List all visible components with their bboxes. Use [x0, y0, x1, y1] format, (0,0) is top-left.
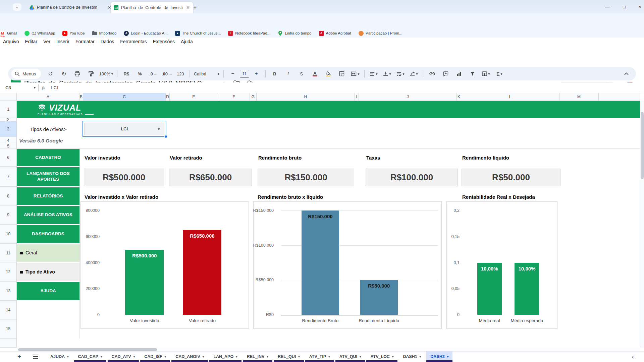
sheet-tab-caret-icon[interactable]: ▾ — [420, 355, 421, 358]
column-header-J[interactable]: J — [359, 93, 457, 101]
row-header-1[interactable]: 1 — [0, 101, 17, 118]
asset-type-dropdown[interactable]: LCI ▼ — [85, 123, 164, 135]
sheet-tab-caret-icon[interactable]: ▾ — [67, 355, 69, 358]
sheet-tab-rel_qui[interactable]: REL_QUI▾ — [274, 351, 304, 362]
row-header-6[interactable]: 6 — [0, 148, 17, 167]
sheet-tab-caret-icon[interactable]: ▾ — [360, 355, 361, 358]
tab-search-button[interactable]: ⌄ — [13, 3, 21, 11]
column-header-F[interactable]: F — [218, 93, 250, 101]
sheet-tab-cad_isf[interactable]: CAD_ISF▾ — [140, 351, 170, 362]
column-header-G[interactable]: G — [250, 93, 257, 101]
sidebar-item-relat-rios[interactable]: RELATÓRIOS — [17, 187, 79, 205]
row-header-partial[interactable] — [0, 339, 17, 348]
sheet-tab-caret-icon[interactable]: ▾ — [392, 355, 394, 358]
undo-button[interactable]: ↺ — [44, 69, 57, 79]
sidebar-item-ajuda[interactable]: AJUDA — [17, 282, 79, 300]
row-header-12[interactable]: 12 — [0, 262, 17, 282]
sheet-tab-caret-icon[interactable]: ▾ — [267, 355, 268, 358]
sheet-tab-cad_atv[interactable]: CAD_ATV▾ — [108, 351, 139, 362]
italic-button[interactable]: I — [282, 69, 294, 79]
toolbar-search-menus[interactable]: Menus — [11, 69, 41, 79]
redo-button[interactable]: ↻ — [58, 69, 70, 79]
select-all-corner[interactable] — [0, 93, 17, 101]
print-button[interactable] — [71, 69, 84, 79]
bookmark-item[interactable]: (1) WhatsApp — [24, 31, 55, 36]
sheet-tab-caret-icon[interactable]: ▾ — [101, 355, 102, 358]
sheet-tab-lan_apo[interactable]: LAN_APO▾ — [209, 351, 241, 362]
sidebar-item-tipo-de-ativo[interactable]: Tipo de Ativo — [17, 263, 79, 281]
sheet-tab-atv_loc[interactable]: ATV_LOC▾ — [366, 351, 397, 362]
window-maximize-button[interactable]: □ — [619, 3, 629, 11]
dropdown-caret-icon[interactable]: ▼ — [157, 127, 161, 131]
bookmark-item[interactable]: M100+Gmail — [0, 31, 17, 36]
window-close-button[interactable]: × — [635, 3, 644, 11]
sidebar-item-an-lise-dos-ativos[interactable]: ANÁLISE DOS ATIVOS — [17, 206, 79, 224]
row-header-4[interactable]: 4 — [0, 137, 17, 144]
increase-font-size-button[interactable]: + — [250, 69, 263, 79]
column-header-D[interactable]: D — [166, 93, 170, 101]
create-filter-button[interactable] — [466, 69, 479, 79]
column-header-I[interactable]: I — [355, 93, 359, 101]
borders-button[interactable] — [335, 69, 348, 79]
row-header-9[interactable]: 9 — [0, 205, 17, 225]
row-header-7[interactable]: 7 — [0, 167, 17, 187]
text-wrap-button[interactable]: ▾ — [394, 69, 407, 79]
sheet-tab-caret-icon[interactable]: ▾ — [133, 355, 135, 358]
bookmark-item[interactable]: AAdobe Acrobat — [319, 31, 351, 36]
row-header-10[interactable]: 10 — [0, 225, 17, 244]
increase-decimal-button[interactable]: .00→ — [160, 69, 173, 79]
paint-format-button[interactable] — [85, 69, 97, 79]
vertical-align-button[interactable]: ▾ — [381, 69, 393, 79]
window-minimize-button[interactable]: — — [602, 3, 612, 11]
menu-inserir[interactable]: Inserir — [53, 38, 72, 46]
sheet-tab-ajuda[interactable]: AJUDA▾ — [46, 351, 73, 362]
sheet-tab-caret-icon[interactable]: ▾ — [165, 355, 166, 358]
menu-ferramentas[interactable]: Ferramentas — [117, 38, 150, 46]
format-percent-button[interactable]: % — [133, 69, 146, 79]
browser-tab-active[interactable]: Planilha_de_Controle_de_Investi ✕ — [111, 2, 193, 13]
name-box[interactable]: C3 ▾ — [0, 85, 38, 90]
menu-extensões[interactable]: Extensões — [150, 38, 178, 46]
all-sheets-button[interactable] — [33, 354, 38, 359]
sheet-tab-dash2[interactable]: DASH2▾ — [426, 351, 452, 362]
column-header-H[interactable]: H — [257, 93, 355, 101]
sidebar-item-cadastro[interactable]: CADASTRO — [17, 149, 79, 166]
text-rotation-button[interactable]: ▾ — [408, 69, 420, 79]
column-header-L[interactable]: L — [461, 93, 559, 101]
formula-input[interactable]: LCI — [51, 85, 58, 90]
browser-tab-inactive[interactable]: Planilha de Controle de Investim ✕ — [26, 2, 115, 12]
bookmark-item[interactable]: YouTube — [62, 31, 85, 36]
vertical-scrollbar-thumb[interactable] — [641, 112, 644, 179]
sidebar-item-dashboards[interactable]: DASHBOARDS — [17, 225, 79, 243]
bookmark-item[interactable]: ▲The Church of Jesus... — [175, 31, 221, 36]
menu-dados[interactable]: Dados — [98, 38, 117, 46]
column-header-partial[interactable] — [599, 93, 640, 101]
sidebar-item-geral[interactable]: Geral — [17, 244, 79, 262]
menu-formatar[interactable]: Formatar — [72, 38, 98, 46]
sheet-tab-caret-icon[interactable]: ▾ — [203, 355, 204, 358]
sheet-tab-cad_anoiv[interactable]: CAD_ANOIV▾ — [171, 351, 208, 362]
fill-handle[interactable] — [164, 135, 167, 138]
menu-arquivo[interactable]: Arquivo — [0, 38, 22, 46]
add-sheet-button[interactable]: + — [17, 353, 21, 361]
font-select[interactable]: Calibri▾ — [193, 69, 221, 79]
sheet-tab-cad_cap[interactable]: CAD_CAP▾ — [74, 351, 106, 362]
column-header-E[interactable]: E — [170, 93, 218, 101]
row-header-2[interactable]: 2 — [0, 118, 17, 121]
format-currency-button[interactable]: R$ — [120, 69, 133, 79]
column-header-C[interactable]: C — [83, 93, 166, 101]
strikethrough-button[interactable]: S — [295, 69, 308, 79]
decrease-font-size-button[interactable]: − — [226, 69, 239, 79]
menu-ver[interactable]: Ver — [40, 38, 53, 46]
decrease-decimal-button[interactable]: .0← — [147, 69, 160, 79]
name-box-caret-icon[interactable]: ▾ — [34, 86, 36, 89]
sheet-tab-caret-icon[interactable]: ▾ — [236, 355, 237, 358]
row-header-13[interactable]: 13 — [0, 282, 17, 301]
new-tab-button[interactable]: + — [193, 4, 197, 11]
column-header-A[interactable]: A — [17, 93, 79, 101]
row-header-3[interactable]: 3 — [0, 121, 17, 137]
sheet-tab-atv_tip[interactable]: ATV_TIP▾ — [305, 351, 334, 362]
bookmark-item[interactable]: ALogin - Educação A... — [124, 31, 167, 36]
menu-ajuda[interactable]: Ajuda — [178, 38, 196, 46]
row-header-11[interactable]: 11 — [0, 244, 17, 262]
